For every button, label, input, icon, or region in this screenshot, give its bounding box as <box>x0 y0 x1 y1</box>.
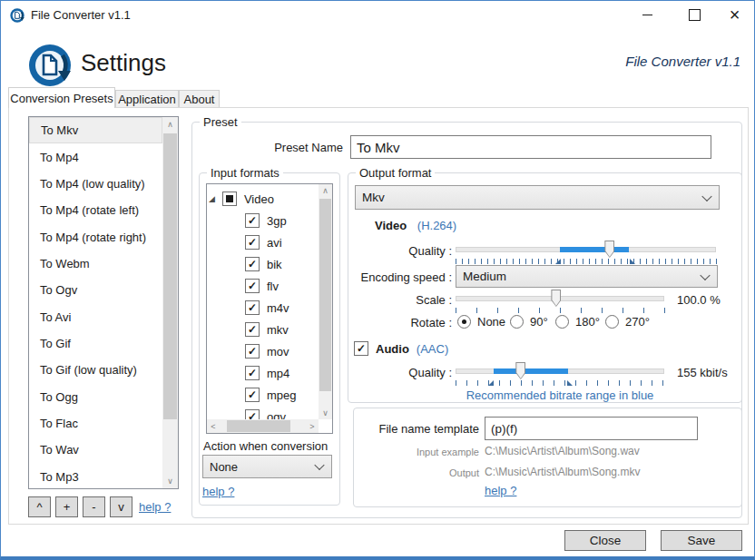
input-formats-help-link[interactable]: help ? <box>202 485 234 498</box>
move-preset-down-button[interactable]: v <box>110 496 132 517</box>
format-row[interactable]: ✓avi <box>245 231 282 253</box>
format-row[interactable]: ✓m4v <box>245 297 289 319</box>
rotate-option-none[interactable]: None <box>457 313 505 329</box>
format-checkbox[interactable]: ✓ <box>245 344 260 359</box>
preset-list-item[interactable]: To Gif <box>29 330 162 357</box>
video-codec-label: (H.264) <box>417 219 456 232</box>
input-formats-tree[interactable]: ◢ Video ✓3gp ✓avi ✓bik ✓flv ✓m4v ✓mkv ✓m… <box>206 183 333 434</box>
page-title: Settings <box>81 49 166 77</box>
format-checkbox[interactable]: ✓ <box>245 213 260 228</box>
audio-quality-slider[interactable] <box>456 362 664 379</box>
file-name-template-input[interactable] <box>485 417 698 440</box>
minimize-button[interactable] <box>627 1 668 28</box>
selected-container: Mkv <box>362 191 385 204</box>
format-row[interactable]: ✓mkv <box>245 319 289 340</box>
close-window-button[interactable]: × <box>714 1 755 28</box>
preset-name-input[interactable] <box>350 135 711 159</box>
format-row[interactable]: ✓bik <box>245 253 282 275</box>
preset-list-item[interactable]: To Ogv <box>29 277 162 303</box>
preset-list-item[interactable]: To Mp4 (rotate right) <box>29 223 162 250</box>
preset-list-scrollbar[interactable]: ∧ ∨ <box>162 117 178 488</box>
format-checkbox[interactable]: ✓ <box>245 322 260 337</box>
save-button[interactable]: Save <box>661 530 742 551</box>
preset-list-item[interactable]: To Mp4 (rotate left) <box>29 197 162 223</box>
tab-application[interactable]: Application <box>115 90 179 108</box>
scale-slider[interactable] <box>456 290 664 307</box>
window-title: File Converter v1.1 <box>31 1 131 29</box>
audio-checkbox[interactable]: ✓ <box>354 341 368 356</box>
scroll-left-icon[interactable]: < <box>207 419 220 433</box>
maximize-icon <box>689 9 701 21</box>
preset-list[interactable]: To Mkv To Mp4 To Mp4 (low quality) To Mp… <box>28 116 179 489</box>
radio-icon[interactable] <box>605 315 619 329</box>
close-button[interactable]: Close <box>564 530 646 551</box>
scroll-up-icon[interactable]: ∧ <box>162 117 178 132</box>
format-row[interactable]: ✓mpeg <box>245 384 297 406</box>
preset-list-item[interactable]: To Wav <box>29 437 162 463</box>
preset-list-item[interactable]: To Mp3 <box>29 464 162 488</box>
video-section-label: Video <box>375 219 407 232</box>
rotate-label: Rotate : <box>346 316 452 329</box>
preset-list-item[interactable]: To Mp4 (low quality) <box>29 171 162 197</box>
slider-track[interactable] <box>456 368 664 374</box>
preset-list-item[interactable]: To Avi <box>29 304 162 330</box>
format-checkbox[interactable]: ✓ <box>245 279 260 293</box>
slider-track[interactable] <box>456 247 716 252</box>
rotate-option-270[interactable]: 270° <box>605 313 650 329</box>
rotate-option-180[interactable]: 180° <box>555 313 600 329</box>
scroll-down-icon[interactable]: ∨ <box>162 474 178 488</box>
format-checkbox[interactable]: ✓ <box>245 300 260 315</box>
slider-thumb[interactable] <box>551 290 561 307</box>
add-preset-button[interactable]: + <box>55 496 78 517</box>
video-quality-slider[interactable] <box>456 241 716 258</box>
rotate-option-90[interactable]: 90° <box>510 313 548 329</box>
move-preset-up-button[interactable]: ^ <box>28 496 51 517</box>
preset-list-item[interactable]: To Webm <box>29 251 162 277</box>
format-row[interactable]: ✓mp4 <box>245 362 289 384</box>
format-checkbox[interactable]: ✓ <box>245 235 260 250</box>
format-checkbox[interactable]: ✓ <box>245 388 260 402</box>
tree-node-video[interactable]: ◢ Video <box>209 188 274 210</box>
radio-icon[interactable] <box>510 315 524 329</box>
remove-preset-button[interactable]: - <box>83 496 105 517</box>
maximize-button[interactable] <box>674 1 715 28</box>
format-row[interactable]: ✓mov <box>245 340 289 362</box>
scroll-down-icon[interactable]: ∨ <box>319 407 332 419</box>
expander-icon[interactable]: ◢ <box>209 194 215 203</box>
encoding-speed-select[interactable]: Medium <box>456 265 718 288</box>
format-row[interactable]: ✓3gp <box>245 210 287 231</box>
preset-list-item[interactable]: To Mkv <box>29 117 162 143</box>
titlebar: File Converter v1.1 × <box>1 1 754 29</box>
scrollbar-thumb[interactable] <box>163 133 177 419</box>
preset-list-item[interactable]: To Flac <box>29 410 162 437</box>
preset-list-item[interactable]: To Ogg <box>29 384 162 410</box>
audio-codec-label: (AAC) <box>417 342 448 356</box>
radio-icon[interactable] <box>555 315 569 329</box>
scroll-right-icon[interactable]: > <box>306 419 319 433</box>
radio-icon[interactable] <box>457 315 471 329</box>
tab-about[interactable]: About <box>179 90 220 108</box>
input-formats-group-label: Input formats <box>207 166 283 180</box>
format-row[interactable]: ✓flv <box>245 275 279 297</box>
scrollbar-thumb[interactable] <box>319 199 331 391</box>
format-label: m4v <box>267 301 289 315</box>
preset-list-item[interactable]: To Mp4 <box>29 143 162 170</box>
tree-vertical-scrollbar[interactable]: ∧ ∨ <box>319 184 332 419</box>
slider-thumb[interactable] <box>515 362 525 379</box>
video-checkbox[interactable] <box>222 192 237 206</box>
slider-thumb[interactable] <box>604 241 614 258</box>
output-container-select[interactable]: Mkv <box>355 185 720 210</box>
slider-ticks <box>456 259 720 264</box>
tree-horizontal-scrollbar[interactable]: < > <box>207 419 319 433</box>
format-checkbox[interactable]: ✓ <box>245 366 260 380</box>
tab-conversion-presets[interactable]: Conversion Presets <box>8 87 115 108</box>
preset-list-item[interactable]: To Gif (low quality) <box>29 357 162 383</box>
scroll-up-icon[interactable]: ∧ <box>319 184 332 197</box>
output-format-group-label: Output format <box>356 166 435 180</box>
preset-list-help-link[interactable]: help ? <box>139 500 171 514</box>
format-checkbox[interactable]: ✓ <box>245 257 260 271</box>
action-when-conversion-select[interactable]: None <box>202 455 332 478</box>
input-example-label: Input example <box>353 447 479 457</box>
scrollbar-thumb[interactable] <box>227 420 290 432</box>
file-naming-help-link[interactable]: help ? <box>485 484 516 497</box>
